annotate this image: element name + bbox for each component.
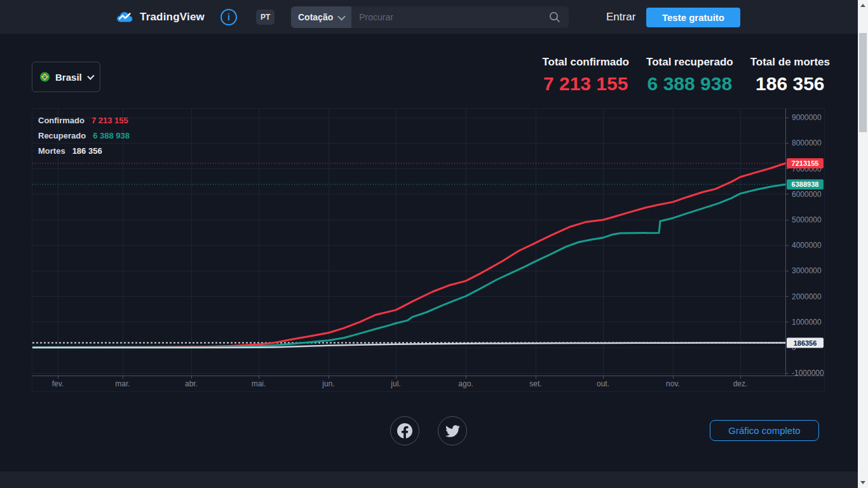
total-recovered: Total recuperado 6 388 938 — [646, 56, 733, 95]
legend-confirmed-value: 7 213 155 — [92, 116, 128, 125]
x-tick-label: dez. — [733, 379, 748, 388]
total-confirmed-value: 7 213 155 — [542, 73, 629, 95]
totals-summary: Total confirmado 7 213 155 Total recuper… — [542, 56, 830, 95]
y-tick-label: 4000000 — [792, 241, 822, 250]
recovered-series-line — [32, 184, 785, 348]
y-tick-label: 2000000 — [792, 292, 822, 301]
legend-confirmed-label: Confirmado — [38, 116, 85, 125]
tradingview-cloud-icon — [116, 11, 134, 24]
x-tick-label: out. — [597, 379, 609, 388]
y-tick-label: 9000000 — [792, 113, 822, 122]
country-label: Brasil — [55, 72, 82, 83]
facebook-share-button[interactable] — [390, 416, 419, 445]
deaths-series-line — [32, 343, 785, 348]
total-deaths-value: 186 356 — [750, 73, 830, 95]
info-button[interactable]: i — [220, 9, 237, 25]
total-recovered-label: Total recuperado — [646, 56, 733, 69]
y-tick-label: -1000000 — [792, 369, 824, 377]
total-confirmed-label: Total confirmado — [542, 56, 629, 69]
x-tick-label: abr. — [185, 379, 198, 388]
x-tick-label: mai. — [252, 379, 266, 388]
legend-deaths-value: 186 356 — [72, 146, 102, 156]
facebook-icon — [397, 423, 412, 438]
total-confirmed: Total confirmado 7 213 155 — [542, 56, 629, 95]
twitter-icon — [445, 424, 460, 438]
x-tick-label: mar. — [115, 379, 130, 388]
x-tick-label: nov. — [666, 379, 680, 388]
country-selector[interactable]: Brasil — [32, 62, 100, 92]
free-trial-button[interactable]: Teste gratuito — [646, 8, 740, 27]
x-tick-label: jun. — [322, 379, 334, 388]
legend-recovered-label: Recuperado — [38, 131, 86, 140]
legend-confirmed: Confirmado 7 213 155 — [38, 116, 130, 125]
x-tick-label: fev. — [52, 379, 64, 388]
brand-name: TradingView — [140, 11, 205, 24]
total-deaths: Total de mortes 186 356 — [750, 56, 830, 95]
chevron-down-icon — [337, 12, 346, 20]
covid-chart-panel[interactable]: 9000000800000070000006000000500000040000… — [32, 108, 825, 392]
deaths-price-badge-label: 186356 — [794, 339, 817, 347]
tradingview-logo[interactable]: TradingView — [116, 0, 205, 34]
y-tick-label: 5000000 — [792, 215, 822, 224]
scrollbar-down-arrow[interactable] — [860, 481, 865, 484]
legend-deaths: Mortes 186 356 — [38, 146, 130, 156]
legend-deaths-label: Mortes — [38, 146, 65, 156]
browser-scrollbar — [858, 0, 868, 488]
x-tick-label: ago. — [458, 379, 473, 388]
total-recovered-value: 6 388 938 — [646, 73, 733, 95]
legend-recovered: Recuperado 6 388 938 — [38, 131, 130, 140]
search-category-label: Cotação — [298, 12, 333, 22]
x-tick-label: set. — [529, 379, 541, 388]
legend-recovered-value: 6 388 938 — [93, 131, 130, 140]
total-deaths-label: Total de mortes — [750, 56, 830, 69]
scrollbar-thumb[interactable] — [859, 33, 867, 132]
chart-legend: Confirmado 7 213 155 Recuperado 6 388 93… — [38, 116, 130, 156]
y-tick-label: 8000000 — [792, 139, 822, 147]
search-bar: Cotação — [291, 6, 569, 28]
y-tick-label: 1000000 — [792, 318, 822, 327]
language-badge[interactable]: PT — [256, 10, 275, 25]
y-tick-label: 3000000 — [792, 266, 822, 275]
full-chart-button[interactable]: Gráfico completo — [710, 420, 819, 441]
y-tick-label: 6000000 — [792, 190, 822, 199]
scrollbar-up-arrow[interactable] — [860, 4, 865, 7]
chevron-down-icon — [87, 72, 95, 80]
confirmed-price-badge-label: 7213155 — [792, 159, 819, 167]
covid-line-chart[interactable]: 9000000800000070000006000000500000040000… — [32, 109, 824, 391]
search-input[interactable] — [351, 6, 548, 28]
twitter-share-button[interactable] — [438, 416, 467, 445]
brazil-flag-icon — [40, 71, 50, 83]
search-icon[interactable] — [548, 6, 569, 28]
x-tick-label: jul. — [390, 379, 400, 388]
search-category-dropdown[interactable]: Cotação — [291, 6, 351, 28]
footer-band — [0, 471, 858, 488]
recovered-price-badge-label: 6388938 — [792, 180, 819, 188]
covid-statistics-page: TradingView i PT Cotação Entrar Teste gr… — [0, 0, 868, 488]
sign-in-button[interactable]: Entrar — [602, 0, 639, 34]
top-navbar: TradingView i PT Cotação Entrar Teste gr… — [0, 0, 858, 34]
